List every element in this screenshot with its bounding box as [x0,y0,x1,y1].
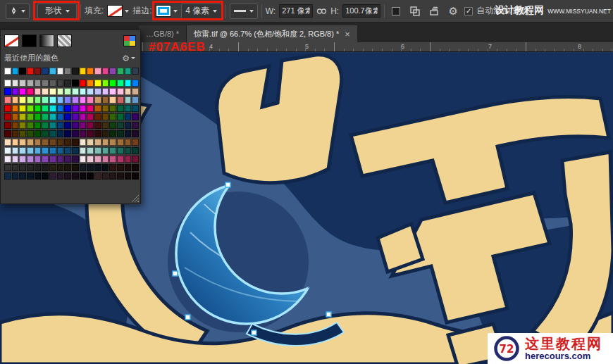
color-swatch[interactable] [109,130,116,137]
color-swatch[interactable] [72,172,79,180]
color-swatch[interactable] [35,139,42,146]
color-swatch[interactable] [125,156,132,163]
color-swatch[interactable] [87,80,94,87]
color-swatch[interactable] [42,172,49,180]
color-swatch[interactable] [64,172,71,180]
color-swatch[interactable] [72,80,79,87]
selection-anchor[interactable] [326,312,331,317]
color-swatch[interactable] [64,113,71,120]
stroke-type-dropdown[interactable] [230,4,258,19]
color-swatch[interactable] [132,130,139,137]
color-swatch[interactable] [80,122,87,129]
color-swatch[interactable] [80,156,87,163]
color-swatch[interactable] [19,156,26,163]
color-swatch[interactable] [125,68,132,75]
fill-type-gradient-button[interactable] [39,34,54,47]
color-swatch[interactable] [12,105,19,112]
color-swatch[interactable] [42,105,49,112]
color-swatch[interactable] [94,113,101,120]
color-swatch[interactable] [57,88,64,95]
color-swatch[interactable] [132,156,139,163]
color-swatch[interactable] [35,96,42,103]
height-input[interactable] [342,4,380,18]
color-swatch[interactable] [117,68,124,75]
color-swatch[interactable] [87,130,94,137]
color-swatch[interactable] [125,113,132,120]
color-swatch[interactable] [87,164,94,171]
color-swatch[interactable] [80,172,87,180]
color-swatch[interactable] [132,105,139,112]
color-swatch[interactable] [49,156,56,163]
color-swatch[interactable] [109,96,116,103]
color-swatch[interactable] [27,88,34,95]
color-swatch[interactable] [94,139,101,146]
color-swatch[interactable] [4,88,11,95]
color-swatch[interactable] [64,96,71,103]
color-swatch[interactable] [117,147,124,154]
color-swatch[interactable] [87,172,94,180]
color-swatch[interactable] [19,147,26,154]
color-swatch[interactable] [87,122,94,129]
color-swatch[interactable] [27,105,34,112]
color-swatch[interactable] [49,88,56,95]
color-swatch[interactable] [94,172,101,180]
color-swatch[interactable] [109,113,116,120]
color-swatch[interactable] [19,80,26,87]
color-swatch[interactable] [109,80,116,87]
selection-anchor[interactable] [173,271,178,276]
color-swatch[interactable] [19,88,26,95]
color-swatch[interactable] [12,88,19,95]
color-swatch[interactable] [57,156,64,163]
color-swatch[interactable] [27,80,34,87]
color-swatch[interactable] [117,88,124,95]
color-swatch[interactable] [102,139,109,146]
path-alignment-button[interactable] [407,4,423,19]
shape-settings-button[interactable]: ⚙ [445,4,461,19]
color-swatch[interactable] [12,156,19,163]
color-swatch[interactable] [57,105,64,112]
color-swatch[interactable] [87,68,94,75]
color-swatch[interactable] [42,130,49,137]
color-swatch[interactable] [109,105,116,112]
color-swatch[interactable] [102,164,109,171]
color-swatch[interactable] [64,122,71,129]
color-swatch[interactable] [27,113,34,120]
color-swatch[interactable] [12,113,19,120]
color-swatch[interactable] [64,68,71,75]
color-swatch[interactable] [72,68,79,75]
color-swatch[interactable] [87,113,94,120]
color-swatch[interactable] [19,113,26,120]
color-swatch[interactable] [109,88,116,95]
color-swatch[interactable] [125,80,132,87]
color-swatch[interactable] [49,172,56,180]
panel-settings-button[interactable]: ⚙ [122,54,135,63]
color-swatch[interactable] [117,139,124,146]
color-swatch[interactable] [64,147,71,154]
color-swatch[interactable] [57,164,64,171]
color-swatch[interactable] [57,147,64,154]
color-swatch[interactable] [125,96,132,103]
color-swatch[interactable] [80,113,87,120]
color-swatch[interactable] [4,130,11,137]
color-swatch[interactable] [49,130,56,137]
panel-resize-grip[interactable] [131,194,139,202]
color-swatch[interactable] [87,156,94,163]
color-swatch[interactable] [80,147,87,154]
color-swatch[interactable] [27,147,34,154]
color-swatch[interactable] [19,130,26,137]
color-swatch[interactable] [125,172,132,180]
color-swatch[interactable] [102,105,109,112]
color-swatch[interactable] [42,113,49,120]
color-swatch[interactable] [12,130,19,137]
color-swatch[interactable] [27,122,34,129]
color-swatch[interactable] [35,80,42,87]
color-swatch[interactable] [117,122,124,129]
color-swatch[interactable] [125,147,132,154]
color-swatch[interactable] [57,80,64,87]
color-swatch[interactable] [4,80,11,87]
color-swatch[interactable] [132,88,139,95]
color-swatch[interactable] [132,172,139,180]
selection-anchor[interactable] [185,315,190,320]
color-swatch[interactable] [12,172,19,180]
color-swatch[interactable] [80,130,87,137]
